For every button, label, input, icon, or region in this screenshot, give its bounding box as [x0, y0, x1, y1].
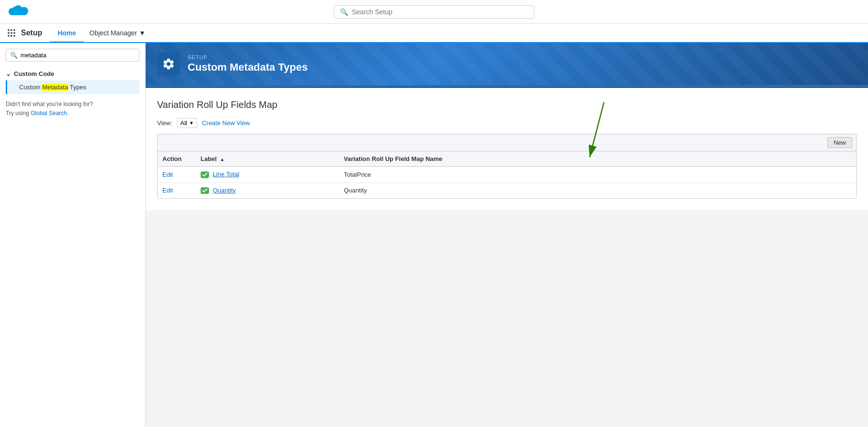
grid-icon[interactable] — [8, 24, 15, 42]
content-main: Variation Roll Up Fields Map View: All ▼… — [146, 88, 868, 210]
sidebar-item-custom-metadata-types[interactable]: Custom Metadata Types — [6, 80, 139, 94]
gear-icon — [162, 57, 175, 71]
record-link-1[interactable]: Quantity — [213, 187, 236, 194]
page-heading: Variation Roll Up Fields Map — [157, 99, 857, 110]
table-row: Edit Quantity Quantity — [158, 182, 856, 198]
view-select[interactable]: All ▼ — [177, 118, 197, 128]
nav-tab-object-manager[interactable]: Object Manager ▼ — [84, 24, 151, 42]
table-cell-action-1: Edit — [158, 182, 196, 198]
search-container: 🔍 — [334, 5, 534, 19]
search-input[interactable] — [352, 8, 528, 16]
table-container: New Action Label ▲ Variation Roll Up Fie… — [157, 134, 857, 199]
search-icon: 🔍 — [340, 8, 348, 16]
table-cell-label-0: Line Total — [196, 167, 339, 183]
top-bar: 🔍 — [0, 0, 868, 24]
header-page-title: Custom Metadata Types — [188, 61, 307, 74]
chevron-down-icon-sidebar: ⌄ — [6, 70, 11, 77]
edit-link-0[interactable]: Edit — [162, 171, 173, 178]
record-icon-0 — [201, 171, 209, 179]
table-actions-row: New — [158, 134, 856, 151]
nav-tab-home[interactable]: Home — [50, 24, 84, 43]
sidebar-section-custom-code: ⌄ Custom Code Custom Metadata Types — [0, 67, 145, 94]
new-button[interactable]: New — [827, 137, 852, 148]
content-area: SETUP Custom Metadata Types Variation Ro… — [146, 43, 868, 427]
nav-bar: Setup Home Object Manager ▼ — [0, 24, 868, 43]
sidebar-search-input[interactable] — [21, 52, 135, 59]
edit-link-1[interactable]: Edit — [162, 187, 173, 194]
header-setup-label: SETUP — [188, 54, 307, 60]
search-bar[interactable]: 🔍 — [334, 5, 534, 19]
col-header-action: Action — [158, 151, 196, 167]
table-cell-name-1: Quantity — [339, 182, 856, 198]
table-header-row: Action Label ▲ Variation Roll Up Field M… — [158, 151, 856, 167]
chevron-down-icon: ▼ — [139, 29, 146, 37]
main-layout: 🔍 ⌄ Custom Code Custom Metadata Types Di… — [0, 43, 868, 427]
sort-icon: ▲ — [220, 157, 225, 162]
nav-setup-label: Setup — [21, 24, 42, 42]
record-icon-1 — [201, 187, 209, 194]
chevron-down-icon-view: ▼ — [189, 120, 194, 126]
sidebar-search[interactable]: 🔍 — [6, 49, 139, 62]
view-label: View: — [157, 119, 172, 127]
records-table: Action Label ▲ Variation Roll Up Field M… — [158, 151, 856, 198]
sidebar-section-header[interactable]: ⌄ Custom Code — [6, 67, 139, 80]
table-cell-action-0: Edit — [158, 167, 196, 183]
record-link-0[interactable]: Line Total — [213, 171, 239, 178]
salesforce-logo — [8, 4, 31, 20]
content-header-strip: SETUP Custom Metadata Types — [146, 43, 868, 85]
global-search-link[interactable]: Global Search — [31, 110, 67, 117]
create-new-view-link[interactable]: Create New View — [202, 119, 250, 127]
table-cell-name-0: TotalPrice — [339, 167, 856, 183]
gear-icon-box — [157, 53, 180, 75]
sidebar: 🔍 ⌄ Custom Code Custom Metadata Types Di… — [0, 43, 146, 427]
sidebar-search-icon: 🔍 — [10, 52, 18, 59]
sidebar-not-found: Didn't find what you're looking for? Try… — [0, 94, 145, 124]
col-header-label: Label ▲ — [196, 151, 339, 167]
col-header-name: Variation Roll Up Field Map Name — [339, 151, 856, 167]
view-bar: View: All ▼ Create New View — [157, 118, 857, 128]
header-text-group: SETUP Custom Metadata Types — [188, 54, 307, 74]
table-cell-label-1: Quantity — [196, 182, 339, 198]
table-row: Edit Line Total TotalPrice — [158, 167, 856, 183]
